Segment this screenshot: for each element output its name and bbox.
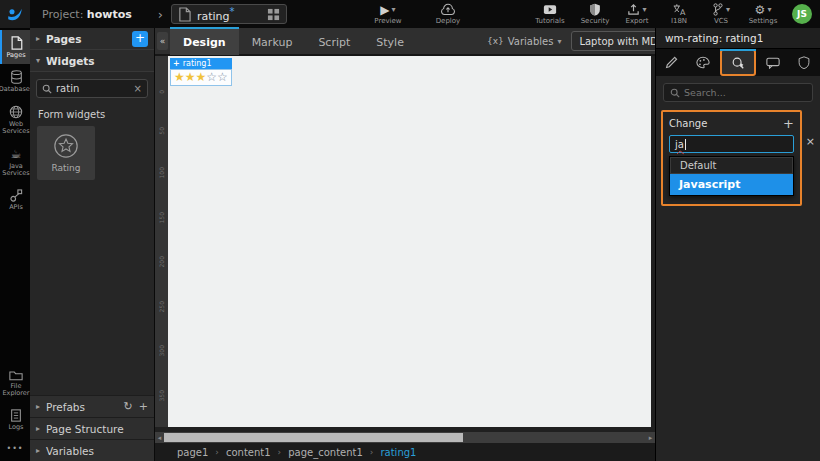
vcs-button[interactable]: ▾ VCS (704, 3, 738, 25)
i18n-button[interactable]: A I18N (662, 3, 696, 25)
tab-events[interactable] (720, 49, 756, 76)
widget-name-label: rating1 (183, 59, 212, 68)
widget-search-box[interactable]: × (36, 79, 148, 98)
triangle-right-icon: ▸ (36, 446, 46, 455)
tab-markup[interactable]: Markup (239, 27, 306, 55)
variables-section-header[interactable]: ▸ Variables (30, 439, 154, 461)
property-search-box[interactable] (663, 83, 813, 102)
page-name-input[interactable]: rating* (171, 4, 287, 24)
prefabs-section-header[interactable]: ▸ Prefabs ↻ + (30, 395, 154, 417)
wavemaker-logo-icon (6, 5, 24, 23)
shield-outline-icon (798, 56, 810, 69)
breadcrumb-content1[interactable]: content1 (226, 447, 271, 458)
chevron-down-icon: ▾ (557, 37, 561, 46)
scrollbar-thumb[interactable] (164, 433, 463, 442)
triangle-right-icon: ▸ (36, 424, 46, 433)
add-event-action-icon[interactable]: + (783, 117, 794, 130)
rail-item-apis[interactable]: APIs (0, 183, 30, 216)
triangle-right-icon: ▸ (36, 34, 46, 43)
page-switcher-grid-icon[interactable] (267, 8, 280, 21)
project-name[interactable]: Project: howtos (42, 8, 132, 21)
property-search-wrap (656, 76, 820, 106)
left-panel-bottom-sections: ▸ Prefabs ↻ + ▸ Page Structure ▸ Variabl… (30, 395, 154, 461)
top-bar: Project: howtos › rating* ▶▾ Preview Dep… (0, 0, 820, 28)
property-search-input[interactable] (684, 87, 806, 98)
rail-item-pages[interactable]: Pages (0, 30, 30, 64)
search-icon (42, 84, 52, 94)
page-structure-section-header[interactable]: ▸ Page Structure (30, 417, 154, 439)
variables-icon: {x} (487, 36, 504, 46)
run-actions: ▶▾ Preview Deploy Tutorials (371, 3, 567, 25)
rating-stars[interactable]: ★★★☆☆ (170, 69, 232, 86)
breadcrumb-sep-icon: › (215, 447, 219, 457)
translate-icon: A (672, 3, 686, 16)
clear-search-icon[interactable]: × (134, 83, 142, 94)
global-actions: Security ▾ Export A I18N ▾ VCS (578, 3, 820, 25)
move-handle-icon[interactable]: + (173, 59, 180, 68)
remove-event-icon[interactable]: × (806, 135, 815, 148)
tab-security[interactable] (788, 49, 820, 76)
export-button[interactable]: ▾ Export (620, 3, 654, 25)
widget-search-wrap: × (30, 72, 154, 105)
rail-spacer (0, 216, 30, 362)
export-up-icon (627, 3, 640, 16)
variables-button[interactable]: {x} Variables ▾ (487, 36, 562, 47)
scroll-right-icon[interactable]: ▸ (646, 434, 655, 442)
scroll-left-icon[interactable]: ◂ (155, 434, 164, 442)
preview-button[interactable]: ▶▾ Preview (371, 3, 405, 25)
rating-widget-card[interactable]: Rating (37, 126, 95, 180)
widgets-section-header[interactable]: ▾ Widgets (30, 50, 154, 72)
rail-item-file-explorer[interactable]: File Explorer (0, 363, 30, 403)
tab-script[interactable]: Script (305, 27, 363, 55)
settings-button[interactable]: ⚙▾ Settings (746, 3, 780, 25)
dropdown-option-javascript[interactable]: Javascript (670, 174, 793, 195)
gear-icon: ⚙ (755, 3, 766, 17)
event-action-input[interactable]: ja (669, 135, 794, 153)
connector-icon (10, 189, 23, 202)
play-icon: ▶ (380, 4, 389, 16)
tutorials-button[interactable]: Tutorials (533, 3, 567, 25)
editor-area: « Design Markup Script Style {x} Variabl… (155, 28, 655, 461)
tab-design[interactable]: Design (170, 27, 239, 55)
add-page-button[interactable]: + (132, 31, 148, 47)
user-avatar[interactable]: JS (792, 4, 812, 24)
rail-item-databases[interactable]: Databases (0, 64, 30, 98)
canvas-ruler: 0 50 100 150 200 250 300 350 (155, 56, 168, 427)
scrollbar-track[interactable] (164, 433, 646, 442)
page-name-text: rating (197, 9, 230, 22)
pencil-icon (665, 56, 678, 69)
selected-rating-widget[interactable]: + rating1 ★★★☆☆ (170, 58, 232, 86)
breadcrumb-page1[interactable]: page1 (177, 447, 208, 458)
add-prefab-icon[interactable]: + (139, 400, 148, 413)
chat-icon (766, 57, 780, 69)
horizontal-scrollbar[interactable]: ◂ ▸ (155, 432, 655, 443)
deploy-button[interactable]: Deploy (431, 3, 465, 25)
rail-item-logs[interactable]: Logs (0, 403, 30, 436)
breadcrumb-rating1[interactable]: rating1 (380, 447, 416, 458)
change-event-header: Change + (669, 117, 794, 130)
widget-search-input[interactable] (56, 83, 130, 94)
page-file-icon (178, 7, 191, 22)
tab-properties[interactable] (656, 49, 688, 76)
app-logo[interactable] (0, 0, 30, 28)
rail-item-java-services[interactable]: ☕ Java Services (0, 141, 30, 183)
pages-section-header[interactable]: ▸ Pages + (30, 28, 154, 50)
security-button[interactable]: Security (578, 3, 612, 25)
chevron-down-icon: ▾ (767, 5, 771, 14)
shield-icon (589, 3, 601, 16)
widget-selection-tag[interactable]: + rating1 (170, 58, 232, 69)
rail-item-web-services[interactable]: Web Services (0, 99, 30, 141)
tab-styles[interactable] (688, 49, 720, 76)
breadcrumb-page-content1[interactable]: page_content1 (288, 447, 363, 458)
dropdown-option-default[interactable]: Default (670, 157, 793, 174)
tab-style[interactable]: Style (363, 27, 417, 55)
more-options-icon[interactable]: ••• (0, 436, 30, 461)
left-panel: ▸ Pages + ▾ Widgets × Form widgets (30, 28, 155, 461)
collapse-left-panel-button[interactable]: « (157, 32, 168, 50)
tab-messages[interactable] (757, 49, 789, 76)
refresh-icon[interactable]: ↻ (124, 400, 133, 413)
star-filled-icon: ★ (196, 70, 207, 84)
chevron-down-icon: ▾ (642, 5, 646, 14)
design-canvas[interactable]: + rating1 ★★★☆☆ (168, 56, 655, 427)
branch-icon (712, 3, 724, 16)
